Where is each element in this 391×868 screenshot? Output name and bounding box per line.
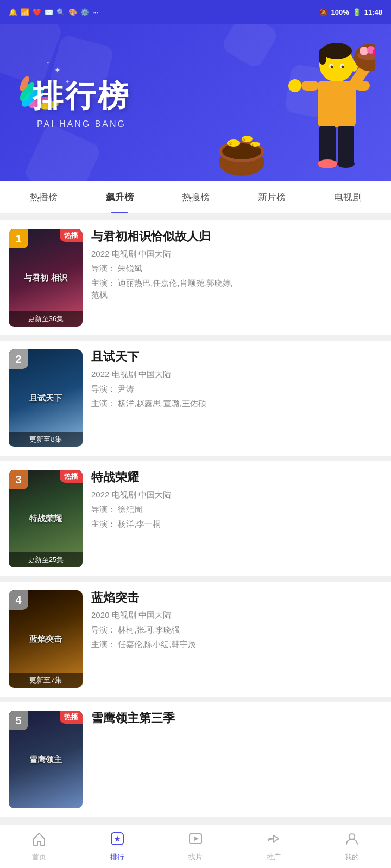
more-icon: ··· [92, 8, 98, 16]
info-director: 导演： 尹涛 [91, 384, 382, 394]
app-icon-1: 🎨 [68, 8, 77, 16]
svg-text:¥: ¥ [243, 137, 246, 142]
info-cast: 主演： 杨洋,赵露思,宣璐,王佑硕 [91, 398, 382, 410]
update-badge: 更新至25集 [9, 552, 83, 567]
info-cast: 主演： 任嘉伦,陈小纭,韩宇辰 [91, 639, 382, 651]
item-title: 且试天下 [91, 349, 382, 365]
promo-icon [266, 831, 281, 850]
thumbnail: 特战荣耀 3 热播 更新至25集 [9, 470, 83, 567]
status-icons: 🔔 📶 ❤️ ✉️ 🔍 🎨 ⚙️ ··· [9, 8, 98, 16]
svg-point-13 [331, 66, 333, 68]
info-cast: 主演： 杨洋,李一桐 [91, 518, 382, 531]
info-meta: 2022 电视剧 中国大陆 [91, 490, 382, 500]
status-bar: 🔔 📶 ❤️ ✉️ 🔍 🎨 ⚙️ ··· 🔕 100% 🔋 11:48 [0, 0, 391, 24]
thumbnail: 蓝焰突击 4 更新至7集 [9, 590, 83, 688]
nav-find-label: 找片 [188, 852, 203, 862]
thumb-text: 雪鹰领主 [29, 755, 62, 765]
update-badge: 更新至36集 [9, 311, 83, 327]
mute-icon: 🔕 [319, 8, 328, 16]
rank-badge: 3 [9, 470, 28, 489]
mine-icon [344, 831, 360, 850]
ranking-list: 与君初 相识 1 热播 更新至36集 与君初相识恰似故人归 2022 电视剧 中… [0, 214, 391, 829]
nav-home[interactable]: 首页 [0, 825, 78, 868]
thumb-text: 特战荣耀 [29, 514, 62, 524]
time-text: 11:48 [364, 8, 382, 16]
list-item[interactable]: 特战荣耀 3 热播 更新至25集 特战荣耀 2022 电视剧 中国大陆 导演： … [0, 461, 391, 576]
svg-rect-26 [338, 126, 354, 164]
list-item[interactable]: 与君初 相识 1 热播 更新至36集 与君初相识恰似故人归 2022 电视剧 中… [0, 220, 391, 335]
notification-icon: 🔔 [9, 8, 17, 16]
update-badge: 更新至7集 [9, 673, 83, 688]
svg-marker-41 [194, 837, 199, 841]
item-title: 蓝焰突击 [91, 590, 382, 606]
thumbnail: 与君初 相识 1 热播 更新至36集 [9, 229, 83, 327]
wifi-icon: 📶 [21, 8, 29, 16]
thumb-text: 与君初 相识 [24, 273, 67, 283]
pot-illustration: ¥ ¥ ¥ [217, 132, 266, 176]
info-director: 导演： 林柯,张珂,李晓强 [91, 625, 382, 635]
tab-tv[interactable]: 电视剧 [310, 181, 386, 213]
nav-mine[interactable]: 我的 [313, 825, 391, 868]
thumbnail: 且试天下 2 更新至8集 [9, 349, 83, 447]
character-illustration [255, 35, 375, 181]
item-info: 与君初相识恰似故人归 2022 电视剧 中国大陆 导演： 朱锐斌 主演： 迪丽热… [91, 229, 382, 302]
nav-rank-label: 排行 [110, 852, 124, 862]
tabs-bar: 热播榜 飙升榜 热搜榜 新片榜 电视剧 [0, 181, 391, 214]
tab-rise[interactable]: 飙升榜 [81, 181, 157, 213]
list-item[interactable]: 且试天下 2 更新至8集 且试天下 2022 电视剧 中国大陆 导演： 尹涛 主… [0, 341, 391, 456]
svg-point-28 [337, 160, 355, 168]
battery-icon: 🔋 [352, 8, 361, 16]
banner-title-area: 排行榜 PAI HANG BANG [33, 76, 130, 129]
find-icon [188, 831, 203, 850]
item-title: 特战荣耀 [91, 470, 382, 486]
rank-badge: 2 [9, 349, 28, 369]
nav-promo-label: 推广 [267, 852, 281, 862]
nav-find[interactable]: 找片 [156, 825, 235, 868]
svg-point-14 [342, 66, 344, 68]
nav-rank[interactable]: 排行 [78, 825, 156, 868]
item-info: 雪鹰领主第三季 [91, 711, 382, 731]
item-title: 与君初相识恰似故人归 [91, 229, 382, 245]
info-director: 导演： 徐纪周 [91, 505, 382, 515]
info-meta: 2022 电视剧 中国大陆 [91, 249, 382, 259]
svg-rect-17 [301, 81, 319, 91]
banner-title-cn: 排行榜 [33, 76, 130, 117]
svg-point-42 [349, 834, 355, 839]
svg-point-29 [288, 79, 301, 92]
svg-rect-10 [319, 48, 326, 65]
home-icon [31, 831, 47, 850]
svg-rect-25 [319, 126, 336, 164]
info-director: 导演： 朱锐斌 [91, 264, 382, 274]
hot-badge: 热播 [60, 711, 83, 724]
svg-point-27 [318, 159, 337, 168]
list-item[interactable]: 雪鹰领主 5 热播 雪鹰领主第三季 [0, 702, 391, 817]
svg-rect-16 [318, 81, 356, 127]
rank-badge: 5 [9, 711, 28, 730]
banner-title-en: PAI HANG BANG [33, 119, 130, 129]
nav-promo[interactable]: 推广 [235, 825, 313, 868]
rank-badge: 1 [9, 229, 28, 248]
tab-search[interactable]: 热搜榜 [157, 181, 234, 213]
svg-text:¥: ¥ [251, 143, 254, 147]
list-item[interactable]: 蓝焰突击 4 更新至7集 蓝焰突击 2020 电视剧 中国大陆 导演： 林柯,张… [0, 582, 391, 697]
nav-home-label: 首页 [32, 852, 46, 862]
info-meta: 2022 电视剧 中国大陆 [91, 369, 382, 380]
info-meta: 2020 电视剧 中国大陆 [91, 610, 382, 621]
item-info: 特战荣耀 2022 电视剧 中国大陆 导演： 徐纪周 主演： 杨洋,李一桐 [91, 470, 382, 530]
thumbnail: 雪鹰领主 5 热播 [9, 711, 83, 808]
thumb-text: 蓝焰突击 [29, 634, 62, 644]
rank-badge: 4 [9, 590, 28, 610]
app-icon-2: ⚙️ [80, 8, 89, 16]
battery-text: 100% [331, 8, 349, 16]
health-icon: ❤️ [33, 8, 41, 16]
status-right-info: 🔕 100% 🔋 11:48 [319, 8, 383, 16]
tab-new[interactable]: 新片榜 [234, 181, 310, 213]
svg-point-22 [360, 47, 368, 55]
svg-point-9 [321, 43, 352, 59]
svg-text:¥: ¥ [229, 141, 232, 146]
search-icon: 🔍 [56, 8, 65, 16]
banner: ✦ ✦ ✦ 排行榜 PAI HANG BANG [0, 24, 391, 181]
item-title: 雪鹰领主第三季 [91, 711, 382, 726]
rank-icon [110, 831, 125, 850]
tab-hot[interactable]: 热播榜 [5, 181, 81, 213]
